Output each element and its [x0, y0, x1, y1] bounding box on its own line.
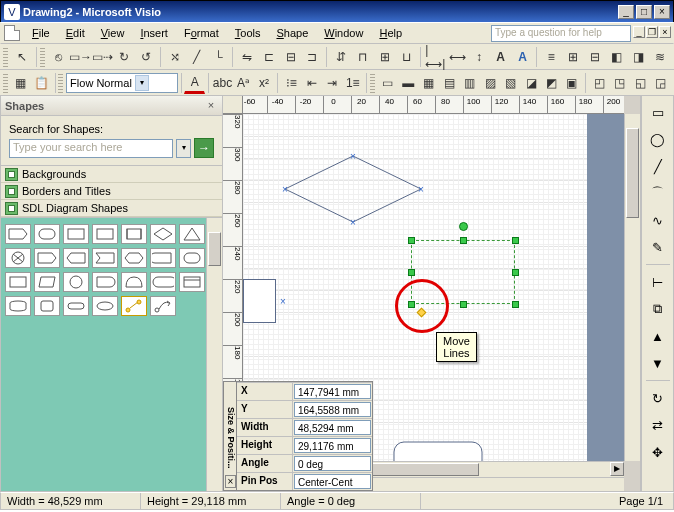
- ellipse-tool-icon[interactable]: ◯: [646, 127, 670, 151]
- shape-master[interactable]: [5, 224, 31, 244]
- rotate-cw-icon[interactable]: ↻: [113, 46, 135, 68]
- grid-icon[interactable]: ▦: [11, 72, 31, 94]
- flip-v-icon[interactable]: ⇵: [330, 46, 352, 68]
- superscript-icon[interactable]: x²: [254, 72, 274, 94]
- line-icon[interactable]: ╱: [186, 46, 208, 68]
- help-search[interactable]: Type a question for help: [491, 25, 631, 42]
- align-left-icon[interactable]: ⊏: [258, 46, 280, 68]
- shape-master[interactable]: [5, 296, 31, 316]
- shape-master[interactable]: [121, 272, 147, 292]
- stencil-scrollbar[interactable]: [206, 218, 222, 491]
- shape-master[interactable]: [63, 224, 89, 244]
- align-center-h-icon[interactable]: ⊟: [280, 46, 302, 68]
- connection-point-icon[interactable]: ×: [282, 186, 289, 193]
- dist-h-icon[interactable]: |⟷|: [424, 46, 446, 68]
- sp-value[interactable]: 147,7941 mm: [294, 384, 371, 399]
- sp-value[interactable]: 29,1176 mm: [294, 438, 371, 453]
- search-input[interactable]: Type your search here: [9, 139, 173, 158]
- align-top-icon[interactable]: ⊓: [352, 46, 374, 68]
- resize-handle[interactable]: [408, 269, 415, 276]
- align-right-icon[interactable]: ⊐: [301, 46, 323, 68]
- send-back-icon[interactable]: ▼: [646, 351, 670, 375]
- dist-v-icon[interactable]: ↕: [468, 46, 490, 68]
- shape-master[interactable]: [63, 248, 89, 268]
- shape-master[interactable]: [179, 248, 205, 268]
- connection-point-icon[interactable]: ×: [280, 298, 287, 305]
- line-style-icon[interactable]: ≡: [540, 46, 562, 68]
- small-caps-icon[interactable]: Aᵃ: [233, 72, 253, 94]
- shape-master[interactable]: [5, 248, 31, 268]
- numbering-icon[interactable]: 1≡: [342, 72, 362, 94]
- border4-icon[interactable]: ▤: [439, 72, 459, 94]
- shape-master[interactable]: [150, 224, 176, 244]
- menu-file[interactable]: FFileile: [24, 24, 58, 42]
- connect-point-icon[interactable]: ⊢: [646, 270, 670, 294]
- grip[interactable]: [3, 72, 8, 94]
- resize-handle[interactable]: [512, 237, 519, 244]
- sp-value[interactable]: 164,5588 mm: [294, 402, 371, 417]
- menu-window[interactable]: Window: [316, 24, 371, 42]
- partial-rect-shape[interactable]: [243, 279, 276, 323]
- doc-close[interactable]: ×: [659, 26, 671, 38]
- sp-value[interactable]: Center-Cent: [294, 474, 371, 489]
- corner4-icon[interactable]: ◲: [651, 72, 671, 94]
- shape-master[interactable]: [92, 248, 118, 268]
- crop-tool-icon[interactable]: ⧉: [646, 297, 670, 321]
- doc-minimize[interactable]: _: [633, 26, 645, 38]
- pointer-tool-icon[interactable]: ↖: [11, 46, 33, 68]
- text-block-icon[interactable]: abc: [212, 72, 233, 94]
- maximize-button[interactable]: □: [636, 5, 652, 19]
- menu-insert[interactable]: Insert: [132, 24, 176, 42]
- shape-master[interactable]: [34, 296, 60, 316]
- shape-master[interactable]: [150, 272, 176, 292]
- style-combo[interactable]: Flow Normal▾: [66, 73, 177, 93]
- font-color-icon[interactable]: A: [184, 72, 204, 94]
- line-tool-icon[interactable]: ╱: [646, 154, 670, 178]
- size-position-close[interactable]: ×: [225, 475, 236, 488]
- connect-arrow-icon[interactable]: ▭→: [69, 46, 91, 68]
- shape-master[interactable]: [5, 272, 31, 292]
- bullets-icon[interactable]: ⁝≡: [281, 72, 301, 94]
- menu-view[interactable]: View: [93, 24, 133, 42]
- indent-inc-icon[interactable]: ⇥: [322, 72, 342, 94]
- align-middle-icon[interactable]: ⊞: [374, 46, 396, 68]
- shape-master[interactable]: [63, 296, 89, 316]
- menu-tools[interactable]: Tools: [227, 24, 269, 42]
- terminator-shape[interactable]: [393, 441, 483, 461]
- shape-ops-icon[interactable]: ◧: [606, 46, 628, 68]
- connection-point-icon[interactable]: ×: [418, 186, 425, 193]
- resize-handle[interactable]: [460, 237, 467, 244]
- menu-format[interactable]: Format: [176, 24, 227, 42]
- resize-handle[interactable]: [408, 237, 415, 244]
- rotate-ccw-icon[interactable]: ↺: [135, 46, 157, 68]
- corner3-icon[interactable]: ◱: [630, 72, 650, 94]
- glue-tool-icon[interactable]: ✥: [646, 440, 670, 464]
- resize-handle[interactable]: [512, 301, 519, 308]
- border6-icon[interactable]: ▨: [480, 72, 500, 94]
- resize-handle[interactable]: [460, 301, 467, 308]
- text-icon[interactable]: A: [490, 46, 512, 68]
- ungroup-icon[interactable]: ⊟: [584, 46, 606, 68]
- shape-master[interactable]: [34, 272, 60, 292]
- shape-master[interactable]: [121, 248, 147, 268]
- connection-point-icon[interactable]: ×: [350, 219, 357, 226]
- connect-ab-icon[interactable]: ⎋: [48, 46, 70, 68]
- align-bottom-icon[interactable]: ⊔: [396, 46, 418, 68]
- shape-master[interactable]: [63, 272, 89, 292]
- doc-control-icon[interactable]: [4, 25, 20, 41]
- grip[interactable]: [3, 46, 8, 68]
- sp-value[interactable]: 48,5294 mm: [294, 420, 371, 435]
- layers-icon[interactable]: ≋: [649, 46, 671, 68]
- corner-icon[interactable]: └: [207, 46, 229, 68]
- doc-restore[interactable]: ❐: [646, 26, 658, 38]
- arc-tool-icon[interactable]: ⌒: [646, 181, 670, 205]
- connector-icon[interactable]: ⤭: [164, 46, 186, 68]
- shapes-close-icon[interactable]: ×: [204, 99, 218, 113]
- diamond-shape[interactable]: [283, 154, 423, 224]
- text2-icon[interactable]: A: [512, 46, 534, 68]
- resize-handle[interactable]: [512, 269, 519, 276]
- close-button[interactable]: ×: [654, 5, 670, 19]
- corner2-icon[interactable]: ◳: [610, 72, 630, 94]
- corner1-icon[interactable]: ◰: [589, 72, 609, 94]
- border2-icon[interactable]: ▬: [398, 72, 418, 94]
